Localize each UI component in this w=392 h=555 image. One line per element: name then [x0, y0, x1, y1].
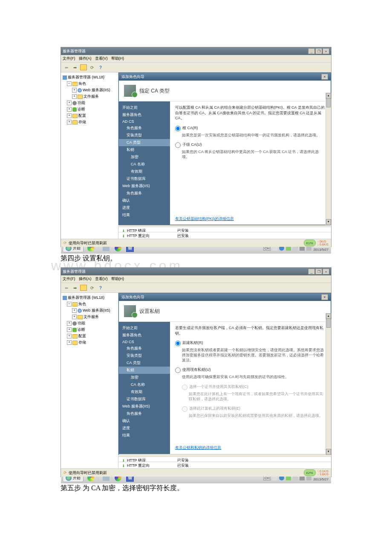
nav-role-svc2[interactable]: 角色服务 — [119, 190, 170, 197]
nav-adcs[interactable]: AD CS — [119, 119, 170, 124]
scrollbar[interactable]: ▴ ▾ — [326, 313, 331, 455]
key-info-link[interactable]: 有关公钥和私钥的详细信息 — [175, 445, 221, 451]
refresh-icon[interactable]: ⟳ — [88, 284, 96, 292]
nav-before[interactable]: 开始之前 — [119, 324, 170, 332]
folder-up-icon[interactable] — [80, 64, 87, 71]
tree-features[interactable]: +功能 — [62, 320, 117, 327]
wizard-close-button[interactable]: × — [321, 294, 328, 300]
menu-file[interactable]: 文件(F) — [63, 276, 75, 282]
nav-crypto[interactable]: 加密 — [119, 374, 170, 381]
nav-progress[interactable]: 进度 — [119, 204, 170, 211]
nav-web-iis[interactable]: Web 服务器(IIS) — [119, 403, 170, 410]
nav-before[interactable]: 开始之前 — [119, 104, 170, 111]
nav-ca-type[interactable]: CA 类型 — [119, 139, 170, 146]
tree-config[interactable]: +配置 — [62, 333, 117, 339]
close-button[interactable]: × — [323, 48, 329, 54]
status-text: 使用向导时已禁用刷新 — [69, 470, 107, 476]
radio-root-ca-input[interactable] — [175, 126, 181, 131]
status-text: 使用向导时已禁用刷新 — [69, 240, 107, 246]
nav-ca-name[interactable]: CA 名称 — [119, 161, 170, 168]
nav-adcs[interactable]: AD CS — [119, 339, 170, 345]
tree-storage[interactable]: +存储 — [62, 339, 117, 346]
nav-result[interactable]: 结果 — [119, 432, 170, 439]
nav-private-key[interactable]: 私钥 — [119, 146, 170, 153]
menu-action[interactable]: 操作(A) — [79, 56, 92, 61]
tree-web-iis[interactable]: +Web 服务器(IIS) — [62, 307, 117, 314]
nav-ca-type[interactable]: CA 类型 — [119, 359, 170, 367]
tree-diag[interactable]: +诊断 — [62, 106, 117, 113]
tree-file-svc[interactable]: +文件服务 — [62, 314, 117, 320]
wizard-close-button[interactable]: × — [321, 74, 328, 80]
nav-validity[interactable]: 有效期 — [119, 168, 170, 175]
nav-web-iis[interactable]: Web 服务器(IIS) — [119, 182, 170, 190]
radio-root-ca[interactable]: 根 CA(R) — [175, 125, 326, 131]
nav-confirm[interactable]: 确认 — [119, 197, 170, 204]
toolbar: ⬅ ➡ ⟳ ? — [61, 63, 331, 72]
menu-action[interactable]: 操作(A) — [79, 276, 92, 282]
nav-back-icon[interactable]: ⬅ — [63, 64, 70, 71]
menu-view[interactable]: 查看(V) — [95, 276, 108, 282]
nav-private-key[interactable]: 私钥 — [119, 367, 170, 374]
radio-sub-ca-input[interactable] — [175, 142, 181, 148]
menu-help[interactable]: 帮助(H) — [111, 276, 124, 282]
http-redir-label: HTTP 重定向 — [127, 233, 150, 239]
nav-result[interactable]: 结果 — [119, 211, 170, 219]
nav-back-icon[interactable]: ⬅ — [63, 284, 70, 292]
nav-validity[interactable]: 有效期 — [119, 388, 170, 396]
radio-new-key[interactable]: 新建私钥(R) — [175, 340, 326, 346]
tree-diag[interactable]: +诊断 — [62, 327, 117, 333]
tree-storage[interactable]: +存储 — [62, 119, 117, 125]
tree-root[interactable]: 服务器管理器 (WL18) — [62, 74, 117, 81]
menu-help[interactable]: 帮助(H) — [111, 56, 124, 61]
nav-install-type[interactable]: 安装类型 — [119, 132, 170, 139]
scroll-down-icon[interactable]: ▾ — [326, 449, 331, 455]
nav-cert-db[interactable]: 证书数据库 — [119, 175, 170, 182]
tree-root[interactable]: 服务器管理器 (WL18) — [62, 295, 117, 301]
close-button[interactable]: × — [323, 269, 329, 275]
scroll-thumb[interactable] — [326, 98, 331, 107]
radio-existing-key-label: 使用现有私钥(U) — [182, 367, 211, 373]
nav-role-svc2[interactable]: 角色服务 — [119, 410, 170, 417]
scrollbar[interactable]: ▴ ▾ — [326, 93, 331, 225]
radio-existing-key-input[interactable] — [175, 367, 181, 373]
scroll-thumb[interactable] — [326, 318, 331, 328]
nav-ca-name[interactable]: CA 名称 — [119, 381, 170, 388]
nav-confirm[interactable]: 确认 — [119, 417, 170, 425]
refresh-icon[interactable]: ⟳ — [88, 64, 96, 71]
nav-progress[interactable]: 进度 — [119, 425, 170, 432]
menu-file[interactable]: 文件(F) — [63, 56, 75, 61]
nav-crypto[interactable]: 加密 — [119, 153, 170, 161]
nav-forward-icon[interactable]: ➡ — [71, 64, 79, 71]
tree-roles[interactable]: −角色 — [62, 301, 117, 307]
radio-select-cert: 选择一个证书并使用其关联私钥(C) — [175, 384, 326, 390]
tree-web-iis[interactable]: +Web 服务器(IIS) — [62, 87, 117, 93]
nav-server-roles[interactable]: 服务器角色 — [119, 332, 170, 339]
nav-server-roles[interactable]: 服务器角色 — [119, 111, 170, 119]
radio-existing-key[interactable]: 使用现有私钥(U) — [175, 367, 326, 373]
tree-file-svc[interactable]: +文件服务 — [62, 93, 117, 100]
folder-up-icon[interactable] — [80, 284, 87, 292]
tree-config[interactable]: +配置 — [62, 113, 117, 119]
radio-existing-local-input — [182, 406, 187, 412]
nav-role-svc[interactable]: 角色服务 — [119, 124, 170, 132]
tree-roles[interactable]: −角色 — [62, 81, 117, 87]
pki-info-link[interactable]: 有关公钥基础结构(PKI)的详细信息 — [175, 216, 234, 222]
minimize-button[interactable]: _ — [308, 269, 315, 275]
menubar: 文件(F) 操作(A) 查看(V) 帮助(H) — [61, 275, 331, 283]
nav-role-svc[interactable]: 角色服务 — [119, 345, 170, 352]
scroll-down-icon[interactable]: ▾ — [326, 219, 331, 225]
tree-features[interactable]: +功能 — [62, 100, 117, 106]
nav-install-type[interactable]: 安装类型 — [119, 352, 170, 359]
help-icon[interactable]: ? — [97, 64, 104, 71]
maximize-button[interactable]: ❐ — [315, 269, 322, 275]
radio-new-key-input[interactable] — [175, 341, 181, 346]
help-icon[interactable]: ? — [97, 284, 104, 292]
radio-sub-ca[interactable]: 子级 CA(U) — [175, 142, 326, 148]
nav-cert-db[interactable]: 证书数据库 — [119, 396, 170, 403]
menu-view[interactable]: 查看(V) — [95, 56, 108, 61]
content-description: 可以配置根 CA 和从属 CA 的组合来创建分层公钥基础结构(PKI)。根 CA… — [175, 105, 326, 121]
minimize-button[interactable]: _ — [308, 48, 315, 54]
main-window-title: 服务器管理器 — [63, 49, 86, 54]
nav-forward-icon[interactable]: ➡ — [71, 284, 79, 292]
maximize-button[interactable]: ❐ — [315, 48, 322, 54]
